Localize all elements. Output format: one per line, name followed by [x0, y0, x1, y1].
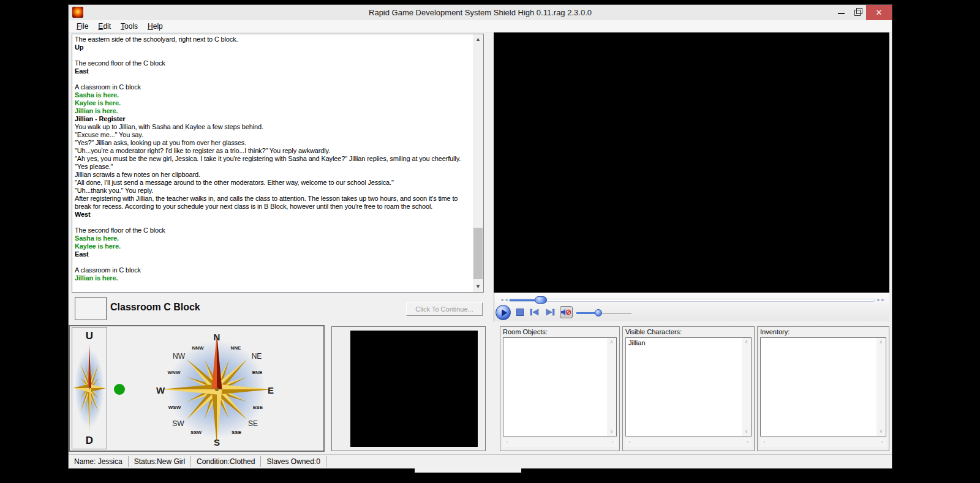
minimize-icon — [838, 13, 845, 14]
story-panel: The eastern side of the schoolyard, righ… — [72, 34, 484, 293]
compass-point-ene[interactable]: ENE — [252, 370, 262, 375]
compass-point-n[interactable]: N — [214, 332, 221, 342]
compass-point-sse[interactable]: SSE — [232, 430, 241, 435]
mute-button[interactable] — [560, 306, 573, 318]
volume-slider-thumb[interactable] — [595, 309, 602, 316]
scroll-up-icon[interactable]: ∧ — [607, 338, 616, 346]
vertical-scrollbar[interactable]: ▲ ▼ — [473, 34, 483, 292]
story-line: "Yes please." — [75, 163, 472, 171]
visible-characters-label: Visible Characters: — [625, 328, 682, 335]
scroll-left-icon[interactable]: ‹ — [625, 438, 634, 447]
story-line: You walk up to Jillian, with Sasha and K… — [75, 123, 472, 131]
next-button[interactable] — [545, 309, 555, 316]
compass-rose — [108, 327, 323, 450]
horizontal-scrollbar[interactable]: ‹ › — [625, 438, 752, 447]
status-cell: Slaves Owned:0 — [261, 456, 326, 467]
scroll-down-icon[interactable]: ∨ — [607, 427, 616, 436]
compass-point-wnw[interactable]: WNW — [168, 370, 181, 375]
media-control-bar: ◄◄ ►► — [494, 293, 889, 321]
location-image-placeholder — [75, 297, 107, 320]
scroll-left-icon[interactable]: ‹ — [760, 438, 769, 447]
video-panel — [494, 32, 889, 293]
minimize-button[interactable] — [833, 5, 850, 20]
story-line: East — [75, 250, 472, 258]
updown-compass: U D — [72, 327, 107, 449]
compass-point-s[interactable]: S — [214, 437, 220, 447]
compass-point-down[interactable]: D — [72, 435, 107, 447]
scroll-right-icon[interactable]: › — [743, 438, 752, 447]
menu-item-tools[interactable]: Tools — [116, 20, 143, 32]
story-line: The second floor of the C block — [75, 59, 472, 67]
scrollbar-thumb[interactable] — [473, 228, 483, 279]
compass-point-ssw[interactable]: SSW — [190, 430, 202, 435]
room-objects-panel: Room Objects: ∧ ∨ ‹ › — [500, 326, 620, 451]
menu-item-help[interactable]: Help — [143, 20, 168, 32]
story-text: The eastern side of the schoolyard, righ… — [73, 35, 472, 291]
room-objects-label: Room Objects: — [503, 328, 548, 335]
story-line: Kaylee is here. — [75, 99, 472, 107]
story-line: "Uh...you're a moderator right? I'd like… — [75, 147, 472, 155]
scene-image-panel — [331, 326, 486, 451]
play-button[interactable] — [496, 305, 511, 320]
compass-point-wsw[interactable]: WSW — [168, 405, 181, 410]
scroll-down-icon[interactable]: ∨ — [742, 427, 751, 436]
list-item[interactable]: Jillian — [627, 339, 741, 347]
close-button[interactable]: ✕ — [866, 5, 892, 20]
stop-icon — [516, 309, 524, 316]
title-bar[interactable]: Rapid Game Development System Shield Hig… — [69, 5, 892, 21]
vertical-scrollbar[interactable]: ∧ ∨ — [876, 338, 886, 436]
story-line: The second floor of the C block — [75, 227, 472, 234]
scroll-up-icon[interactable]: ▲ — [473, 34, 483, 45]
previous-button[interactable] — [530, 309, 540, 316]
fast-forward-icon[interactable]: ►► — [876, 298, 885, 302]
room-objects-list[interactable]: ∧ ∨ — [503, 337, 617, 436]
menu-item-file[interactable]: File — [72, 20, 93, 32]
story-line: East — [75, 67, 472, 75]
rewind-icon[interactable]: ◄◄ — [500, 298, 508, 302]
compass-point-se[interactable]: SE — [248, 419, 258, 428]
story-line: The eastern side of the schoolyard, righ… — [75, 36, 472, 43]
continue-button[interactable]: Click To Continue... — [406, 302, 483, 316]
updown-compass-needle — [72, 328, 107, 449]
scroll-left-icon[interactable]: ‹ — [503, 438, 511, 447]
app-window: Rapid Game Development System Shield Hig… — [69, 5, 892, 468]
inventory-list[interactable]: ∧ ∨ — [760, 337, 886, 436]
horizontal-scrollbar[interactable]: ‹ › — [760, 438, 886, 447]
scroll-down-icon[interactable]: ∨ — [876, 427, 886, 436]
compass-point-nne[interactable]: NNE — [231, 345, 241, 351]
compass-point-nw[interactable]: NW — [173, 352, 185, 361]
story-line — [75, 258, 472, 266]
story-line: "All done, I'll just send a message arou… — [75, 179, 472, 187]
story-line: West — [75, 211, 472, 219]
scroll-up-icon[interactable]: ∧ — [876, 338, 886, 346]
status-cell: Name: Jessica — [69, 456, 129, 467]
stop-button[interactable] — [516, 309, 524, 316]
mute-speaker-icon — [560, 307, 572, 318]
compass-point-sw[interactable]: SW — [172, 419, 184, 428]
visible-characters-list[interactable]: Jillian ∧ ∨ — [625, 337, 752, 436]
compass-point-ne[interactable]: NE — [252, 352, 262, 361]
inventory-label: Inventory: — [760, 328, 790, 335]
compass-point-e[interactable]: E — [268, 385, 274, 395]
horizontal-scrollbar[interactable]: ‹ › — [503, 438, 617, 447]
restore-button[interactable] — [850, 5, 866, 20]
story-line: Up — [75, 43, 472, 51]
scroll-up-icon[interactable]: ∧ — [742, 338, 751, 346]
story-line — [75, 51, 472, 59]
scroll-down-icon[interactable]: ▼ — [473, 282, 483, 292]
location-bar: Classroom C Block Click To Continue... — [69, 293, 486, 322]
seek-slider-track[interactable] — [509, 299, 875, 302]
vertical-scrollbar[interactable]: ∧ ∨ — [742, 338, 751, 436]
story-line: After registering with Jillian, the teac… — [75, 195, 472, 211]
scroll-right-icon[interactable]: › — [608, 438, 617, 447]
compass-point-ese[interactable]: ESE — [253, 405, 263, 410]
next-icon — [545, 309, 555, 316]
compass-point-nnw[interactable]: NNW — [192, 345, 203, 351]
play-icon — [502, 309, 507, 316]
window-title: Rapid Game Development System Shield Hig… — [69, 5, 892, 20]
compass-point-w[interactable]: W — [156, 385, 165, 395]
seek-slider-thumb[interactable] — [535, 296, 547, 304]
vertical-scrollbar[interactable]: ∧ ∨ — [607, 338, 616, 436]
menu-item-edit[interactable]: Edit — [93, 20, 116, 32]
scroll-right-icon[interactable]: › — [878, 438, 886, 447]
